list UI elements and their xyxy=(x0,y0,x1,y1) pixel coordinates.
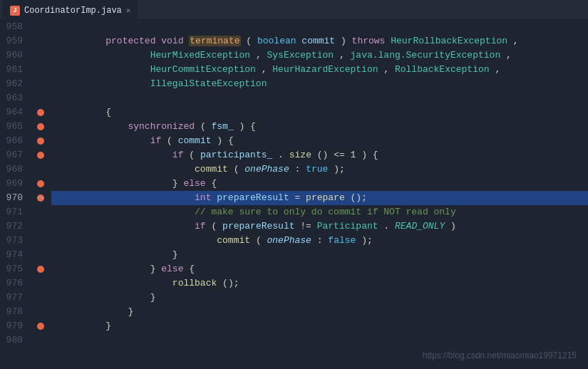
debug-974 xyxy=(30,248,51,262)
code-line-959: protected void terminate ( boolean commi… xyxy=(51,34,588,48)
tab-coordinator[interactable]: J CoordinatorImp.java ✕ xyxy=(3,0,138,20)
java-file-icon: J xyxy=(10,6,20,16)
debug-972 xyxy=(30,219,51,234)
line-num-974: 974 xyxy=(0,248,30,262)
line-num-969: 969 xyxy=(0,177,30,191)
debug-965 xyxy=(30,120,51,134)
code-line-970: int prepareResult = prepare (); xyxy=(51,191,588,205)
debug-976 xyxy=(30,276,51,291)
code-line-962: IllegalStateException xyxy=(51,77,588,91)
code-line-971: // make sure to only do commit if NOT re… xyxy=(51,205,588,219)
debug-971 xyxy=(30,205,51,219)
line-num-980: 980 xyxy=(0,333,30,348)
line-num-964: 964 xyxy=(0,105,30,120)
code-line-974: } xyxy=(51,248,588,262)
code-line-961: HeurCommitException , HeurHazardExceptio… xyxy=(51,63,588,77)
line-numbers: 958 959 960 961 962 963 964 965 966 967 … xyxy=(0,20,30,369)
code-line-975: } else { xyxy=(51,262,588,276)
code-line-980 xyxy=(51,333,588,348)
debug-958 xyxy=(30,20,51,34)
line-num-971: 971 xyxy=(0,205,30,219)
terminate-highlight: terminate xyxy=(189,36,240,46)
line-num-967: 967 xyxy=(0,148,30,162)
code-line-960: HeurMixedException , SysException , java… xyxy=(51,48,588,63)
line-num-976: 976 xyxy=(0,276,30,291)
code-line-969: } else { xyxy=(51,177,588,191)
editor-area: 958 959 960 961 962 963 964 965 966 967 … xyxy=(0,20,588,369)
line-num-959: 959 xyxy=(0,34,30,48)
debug-977 xyxy=(30,291,51,305)
code-line-978: } xyxy=(51,305,588,319)
debug-980 xyxy=(30,333,51,348)
debug-963 xyxy=(30,91,51,105)
breakpoint-975[interactable] xyxy=(37,266,44,273)
debug-973 xyxy=(30,234,51,248)
debug-967 xyxy=(30,148,51,162)
code-line-963 xyxy=(51,91,588,105)
kw-protected: protected xyxy=(105,36,155,46)
debug-968 xyxy=(30,162,51,177)
line-num-965: 965 xyxy=(0,120,30,134)
code-line-965: synchronized ( fsm_ ) { xyxy=(51,120,588,134)
breakpoint-969[interactable] xyxy=(37,180,44,187)
debug-962 xyxy=(30,77,51,91)
code-line-958 xyxy=(51,20,588,34)
debug-960 xyxy=(30,48,51,63)
line-num-970: 970 xyxy=(0,191,30,205)
breakpoint-964[interactable] xyxy=(37,109,44,116)
line-num-972: 972 xyxy=(0,219,30,234)
debug-969 xyxy=(30,177,51,191)
line-num-975: 975 xyxy=(0,262,30,276)
code-line-972: if ( prepareResult != Participant . READ… xyxy=(51,219,588,234)
line-num-958: 958 xyxy=(0,20,30,34)
line-num-966: 966 xyxy=(0,134,30,148)
debug-979 xyxy=(30,319,51,333)
code-line-973: commit ( onePhase : false ); xyxy=(51,234,588,248)
line-num-963: 963 xyxy=(0,91,30,105)
code-line-979: } xyxy=(51,319,588,333)
kw-boolean: boolean xyxy=(257,36,296,46)
code-line-964: { xyxy=(51,105,588,120)
line-num-961: 961 xyxy=(0,63,30,77)
breakpoint-966[interactable] xyxy=(37,137,44,145)
debug-970: → xyxy=(30,191,51,205)
watermark: https://blog.csdn.net/miaomiao19971215 xyxy=(423,350,577,360)
code-line-977: } xyxy=(51,291,588,305)
line-num-973: 973 xyxy=(0,234,30,248)
code-content: protected void terminate ( boolean commi… xyxy=(51,20,588,369)
debug-966 xyxy=(30,134,51,148)
line-num-962: 962 xyxy=(0,77,30,91)
debug-959 xyxy=(30,34,51,48)
tab-filename: CoordinatorImp.java xyxy=(24,6,122,16)
debug-961 xyxy=(30,63,51,77)
line-num-979: 979 xyxy=(0,319,30,333)
line-num-977: 977 xyxy=(0,291,30,305)
debug-964 xyxy=(30,105,51,120)
line-num-968: 968 xyxy=(0,162,30,177)
breakpoint-979[interactable] xyxy=(37,323,44,330)
debug-978 xyxy=(30,305,51,319)
code-line-967: if ( participants_ . size () <= 1 ) { xyxy=(51,148,588,162)
tab-close-button[interactable]: ✕ xyxy=(126,6,131,15)
tab-bar: J CoordinatorImp.java ✕ xyxy=(0,0,588,20)
breakpoint-965[interactable] xyxy=(37,123,44,130)
breakpoint-967[interactable] xyxy=(37,152,44,159)
debug-markers: → xyxy=(30,20,51,369)
line-num-978: 978 xyxy=(0,305,30,319)
kw-void: void xyxy=(161,36,183,46)
code-line-968: commit ( onePhase : true ); xyxy=(51,162,588,177)
line-num-960: 960 xyxy=(0,48,30,63)
debug-975 xyxy=(30,262,51,276)
code-line-976: rollback (); xyxy=(51,276,588,291)
code-line-966: if ( commit ) { xyxy=(51,134,588,148)
